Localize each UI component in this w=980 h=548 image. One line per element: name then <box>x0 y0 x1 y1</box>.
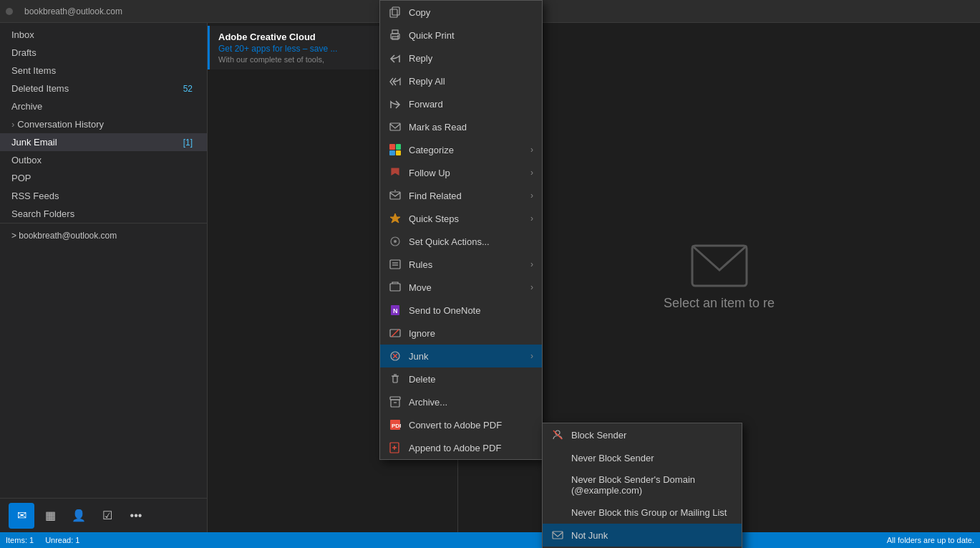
ctx-item-send-to-onenote[interactable]: NSend to OneNote <box>380 299 542 322</box>
sidebar-item-drafts[interactable]: Drafts <box>0 44 207 62</box>
sidebar-item-conversation-history[interactable]: › Conversation History <box>0 115 207 133</box>
sidebar-item-search-folders[interactable]: Search Folders <box>0 205 207 223</box>
bottom-nav: ✉▦👤☑••• <box>0 498 207 532</box>
bottom-nav-more[interactable]: ••• <box>123 503 149 529</box>
ctx-item-move[interactable]: Move› <box>380 276 542 299</box>
junk-sub-label-never-block-domain: Never Block Sender's Domain (@example.co… <box>571 474 733 496</box>
svg-rect-16 <box>390 284 400 291</box>
ctx-item-copy[interactable]: Copy <box>380 1 542 24</box>
ctx-item-categorize[interactable]: Categorize› <box>380 138 542 161</box>
ctx-label-send-to-onenote: Send to OneNote <box>409 305 533 316</box>
ctx-arrow-junk: › <box>530 351 533 361</box>
ctx-label-quick-steps: Quick Steps <box>409 213 523 224</box>
forward-icon <box>389 97 402 110</box>
svg-rect-4 <box>392 30 398 34</box>
ctx-label-quick-print: Quick Print <box>409 30 533 41</box>
sidebar-item-rss-feeds[interactable]: RSS Feeds <box>0 187 207 205</box>
junk-sub-item-never-block-domain[interactable]: Never Block Sender's Domain (@example.co… <box>543 469 742 501</box>
ctx-label-find-related: Find Related <box>409 191 523 201</box>
ctx-label-reply: Reply <box>409 53 533 64</box>
ctx-label-archive: Archive... <box>409 397 533 408</box>
sidebar-item-deleted-items[interactable]: Deleted Items52 <box>0 80 207 97</box>
bottom-nav-calendar[interactable]: ▦ <box>37 503 63 529</box>
sidebar-item-junk-email[interactable]: Junk Email[1] <box>0 133 207 151</box>
ctx-item-mark-as-read[interactable]: Mark as Read <box>380 115 542 138</box>
ctx-item-reply-all[interactable]: Reply All <box>380 69 542 92</box>
svg-rect-24 <box>393 376 397 383</box>
ctx-label-mark-as-read: Mark as Read <box>409 122 533 133</box>
sidebar-item-pop[interactable]: POP <box>0 169 207 187</box>
ctx-item-forward[interactable]: Forward <box>380 92 542 115</box>
categorize-icon <box>389 143 402 156</box>
ctx-arrow-find-related: › <box>530 191 533 201</box>
junk-sub-item-never-block-sender[interactable]: Never Block Sender <box>543 446 742 469</box>
markread-icon <box>389 120 402 133</box>
sidebar-item-inbox[interactable]: Inbox <box>0 26 207 44</box>
bottom-nav-tasks[interactable]: ☑ <box>94 503 120 529</box>
ctx-item-rules[interactable]: Rules› <box>380 253 542 276</box>
svg-rect-13 <box>390 260 400 269</box>
ctx-item-quick-steps[interactable]: Quick Steps› <box>380 207 542 230</box>
ctx-item-find-related[interactable]: Find Related› <box>380 184 542 207</box>
ctx-arrow-quick-steps: › <box>530 213 533 223</box>
titlebar-email: bookbreath@outlook.com <box>24 6 122 16</box>
junk-sub-item-block-sender[interactable]: Block Sender <box>543 423 742 446</box>
junk-sub-label-block-sender: Block Sender <box>571 430 733 441</box>
sidebar-item-label-archive: Archive <box>11 101 42 112</box>
svg-point-12 <box>394 240 397 243</box>
junk-icon <box>389 350 402 362</box>
ctx-item-reply[interactable]: Reply <box>380 47 542 69</box>
svg-marker-10 <box>390 213 400 223</box>
empty-icon <box>551 451 564 464</box>
ctx-item-junk[interactable]: Junk› <box>380 345 542 367</box>
sidebar-badge-junk-email: [1] <box>180 138 195 148</box>
sidebar-item-label-outbox: Outbox <box>11 155 42 165</box>
junk-sub-item-not-junk[interactable]: Not Junk <box>543 524 742 547</box>
status-sync: All folders are up to date. <box>887 536 974 544</box>
bottom-nav-mail[interactable]: ✉ <box>9 503 34 529</box>
notjunk-icon <box>551 529 564 542</box>
junk-submenu[interactable]: Block SenderNever Block SenderNever Bloc… <box>542 423 742 548</box>
ctx-label-follow-up: Follow Up <box>409 168 523 178</box>
ctx-item-ignore[interactable]: Ignore <box>380 322 542 345</box>
empty-icon <box>551 506 564 519</box>
ctx-label-reply-all: Reply All <box>409 76 533 87</box>
ctx-arrow-categorize: › <box>530 145 533 155</box>
ctx-item-follow-up[interactable]: Follow Up› <box>380 161 542 184</box>
setquick-icon <box>389 235 402 248</box>
ctx-item-delete[interactable]: Delete <box>380 367 542 390</box>
sidebar-item-outbox[interactable]: Outbox <box>0 151 207 169</box>
ctx-arrow-rules: › <box>530 259 533 269</box>
svg-rect-2 <box>392 7 399 15</box>
sidebar-nav: InboxDraftsSent ItemsDeleted Items52Arch… <box>0 23 207 498</box>
replyall-icon <box>389 74 402 87</box>
sidebar-badge-deleted-items: 52 <box>180 84 195 94</box>
sidebar-item-archive[interactable]: Archive <box>0 97 207 115</box>
context-menu[interactable]: CopyQuick PrintReplyReply AllForwardMark… <box>379 0 543 460</box>
svg-text:N: N <box>393 307 398 314</box>
mail-large-icon <box>691 244 748 287</box>
ctx-item-set-quick-actions[interactable]: Set Quick Actions... <box>380 230 542 253</box>
adobepdf-icon: PDF <box>389 418 402 431</box>
junk-sub-label-not-junk: Not Junk <box>571 530 733 541</box>
junk-sub-label-never-block-group: Never Block this Group or Mailing List <box>571 507 733 518</box>
ctx-label-move: Move <box>409 282 523 293</box>
ctx-item-convert-adobe[interactable]: PDFConvert to Adobe PDF <box>380 413 542 436</box>
reply-icon <box>389 52 402 64</box>
titlebar-controls <box>6 8 13 15</box>
copy-icon <box>389 6 402 19</box>
ctx-item-quick-print[interactable]: Quick Print <box>380 24 542 47</box>
ctx-item-append-adobe[interactable]: Append to Adobe PDF <box>380 436 542 459</box>
quicksteps-icon <box>389 212 402 225</box>
sidebar-item-sent-items[interactable]: Sent Items <box>0 62 207 80</box>
svg-rect-26 <box>391 400 399 407</box>
rules-icon <box>389 258 402 271</box>
svg-rect-5 <box>392 37 398 39</box>
bottom-nav-people[interactable]: 👤 <box>66 503 92 529</box>
junk-sub-item-never-block-group[interactable]: Never Block this Group or Mailing List <box>543 501 742 524</box>
ctx-item-archive[interactable]: Archive... <box>380 390 542 413</box>
account-name: > bookbreath@outlook.com <box>11 231 117 241</box>
print-icon <box>389 29 402 42</box>
delete-icon <box>389 372 402 385</box>
archive-icon <box>389 395 402 408</box>
